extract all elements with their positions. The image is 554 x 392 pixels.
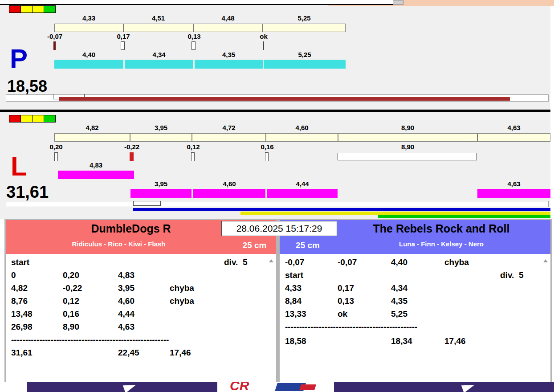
lane-p-progress-bar-red [59, 97, 510, 101]
result-cell: chyba [170, 283, 194, 293]
lane-l-delta-label: -0,22 [118, 143, 145, 151]
lane-p-gate-marker [191, 41, 196, 50]
lane-l-time-label: 4,60 [193, 180, 265, 188]
lane-l-ruler-segment [477, 133, 550, 142]
result-cell: 4,34 [391, 283, 407, 293]
lane-l-time-label: 4,83 [58, 161, 134, 169]
result-cell: 18,34 [391, 336, 412, 346]
lane-l-ruler-segment [192, 133, 266, 142]
result-row: 26,98 8,90 4,63 [6, 322, 276, 335]
result-row: 8,76 0,12 4,60 chyba [6, 296, 276, 309]
result-cell: 13,33 [285, 309, 306, 319]
lane-l-split-label: 4,60 [266, 124, 338, 131]
lane-p-time-label: 4,35 [195, 51, 263, 58]
lane-l-split-label: 4,72 [192, 124, 266, 131]
lane-p-split-label: 4,33 [54, 14, 123, 22]
result-row: start div. 5 [280, 270, 550, 283]
result-cell: 4,35 [391, 296, 407, 306]
result-cell: chyba [170, 296, 194, 306]
lane-p-time-bar [54, 60, 123, 69]
result-cell: 4,33 [285, 283, 301, 293]
lane-l-total-time: 31,61 [6, 184, 49, 200]
lane-l-progress-bar-yellow [240, 212, 550, 215]
lane-p-gate-line [263, 41, 264, 50]
result-cell: 17,46 [170, 348, 191, 358]
result-cell: 4,82 [11, 283, 28, 293]
result-cell: 3,95 [118, 283, 134, 293]
result-total-row: 31,61 22,45 17,46 [6, 348, 276, 361]
result-row: 13,48 0,16 4,44 [6, 309, 276, 322]
result-row: 0 0,20 4,83 [6, 270, 276, 283]
lane-l-letter: L [11, 153, 27, 180]
lane-l-long-marker-box [338, 153, 477, 160]
result-cell: 8,84 [285, 296, 301, 306]
result-cell: 17,46 [444, 336, 466, 346]
lane-l-ruler-segment [338, 133, 477, 142]
lane-p-delta-label: 0,13 [181, 33, 208, 40]
lane-l-delta-label: 0,16 [254, 143, 281, 151]
result-cell: 0,12 [63, 296, 79, 306]
result-cell: 8,90 [63, 322, 79, 332]
cr-logo-stripe-icon [299, 384, 316, 390]
lane-l-ruler-segment [130, 133, 192, 142]
lane-l-split-label: 8,90 [338, 124, 477, 131]
lane-l-delta-label: 0,12 [180, 143, 207, 151]
lane-divider [0, 110, 550, 112]
result-cell: -0,07 [338, 257, 357, 267]
lane-l-ruler-segment [54, 133, 130, 142]
window-control-remnant [393, 0, 403, 5]
status-light-yellow-icon [20, 115, 33, 122]
lane-p-time-label: 4,40 [54, 51, 123, 58]
status-light-green-icon [44, 5, 56, 13]
result-cell: 4,63 [118, 322, 134, 332]
result-cell: ok [338, 309, 347, 319]
lane-p-delta-label: ok [250, 33, 277, 40]
team-right-dogs: Luna - Finn - Kelsey - Nero [332, 240, 550, 248]
lane-l-marker-box [133, 201, 161, 206]
status-light-yellow2-icon [32, 115, 44, 122]
lane-l-time-label: 4,44 [267, 180, 338, 188]
lane-l-ruler-segment [266, 133, 338, 142]
lane-l-gate-marker [265, 152, 269, 161]
lane-p-status-lights [9, 5, 56, 13]
result-row: 8,84 0,13 4,35 [280, 296, 550, 309]
lane-p-ruler-segment [123, 24, 193, 32]
lane-p-start-tick [53, 41, 56, 50]
result-cell: 0,20 [63, 270, 79, 280]
result-row: 13,33 ok 5,25 [280, 309, 550, 322]
result-cell: -0,07 [285, 257, 304, 267]
team-right-name: The Rebels Rock and Roll [332, 222, 550, 235]
timestamp-display: 28.06.2025 15:17:29 [221, 221, 337, 236]
team-left-results[interactable]: start div. 5 0 0,20 4,83 4,82 -0,22 3,95… [6, 254, 276, 382]
lane-l-time-bar [477, 189, 550, 198]
result-cell: div. 5 [224, 257, 247, 267]
status-light-green-icon [44, 115, 56, 122]
result-cell: 18,58 [285, 336, 306, 346]
lane-l-time-bar [193, 189, 265, 198]
result-cell: 13,48 [11, 309, 33, 319]
lane-l-gate-marker [191, 152, 195, 161]
result-total-row: 18,58 18,34 17,46 [280, 336, 550, 349]
team-right-results[interactable]: -0,07 -0,07 4,40 chyba start div. 5 4,33… [280, 254, 550, 382]
lane-l-status-lights [9, 115, 56, 122]
menu-bar-remnant [0, 0, 393, 5]
result-cell: -0,22 [63, 283, 82, 293]
lane-p-split-label: 5,25 [263, 14, 346, 22]
lane-l-split-label: 4,82 [54, 124, 130, 131]
result-cell: 22,45 [118, 348, 139, 358]
lane-l-progress-bar-green [378, 215, 550, 218]
result-cell: start [285, 270, 303, 280]
lane-p-total-time: 18,58 [7, 78, 47, 94]
lane-l-split-label: 3,95 [130, 124, 192, 131]
lane-p-ruler-segment [54, 24, 123, 32]
result-separator-row: ----------------------------------------… [6, 335, 276, 348]
lane-p-ruler-segment [193, 24, 263, 32]
result-row: -0,07 -0,07 4,40 chyba [280, 257, 550, 270]
status-light-red-icon [9, 5, 21, 13]
team-left-name: DumbleDogs R [6, 222, 256, 235]
lane-p-delta-label: -0,07 [41, 33, 68, 40]
lane-p-split-label: 4,48 [193, 14, 263, 22]
lane-p-split-label: 4,51 [123, 14, 193, 22]
result-cell: 4,40 [391, 257, 407, 267]
lane-l-time-label: 3,95 [130, 180, 191, 188]
